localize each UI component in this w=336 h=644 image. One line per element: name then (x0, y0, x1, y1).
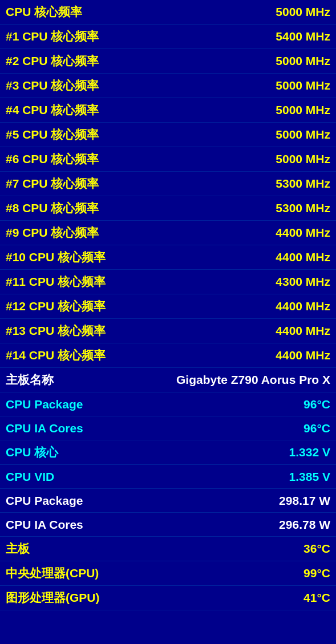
label-cpu-core-freq-6: #6 CPU 核心频率 (6, 151, 99, 167)
value-motherboard-temp: 36°C (303, 542, 330, 556)
row-cpu-ia-cores-power: CPU IA Cores296.78 W (0, 513, 336, 537)
main-container: CPU 核心频率5000 MHz#1 CPU 核心频率5400 MHz#2 CP… (0, 0, 336, 610)
label-cpu-core-freq-13: #13 CPU 核心频率 (6, 323, 106, 339)
row-cpu-core-freq-2: #2 CPU 核心频率5000 MHz (0, 49, 336, 74)
value-cpu-core-freq-10: 4400 MHz (276, 250, 330, 264)
label-gpu-temp: 图形处理器(GPU) (6, 590, 100, 606)
row-cpu-core-freq-10: #10 CPU 核心频率4400 MHz (0, 245, 336, 270)
value-cpu-ia-cores-power: 296.78 W (279, 518, 330, 532)
row-cpu-core-freq-11: #11 CPU 核心频率4300 MHz (0, 270, 336, 294)
row-cpu-core-freq: CPU 核心频率5000 MHz (0, 0, 336, 25)
label-cpu-core-voltage: CPU 核心 (6, 444, 58, 460)
label-cpu-package-temp: CPU Package (6, 398, 83, 411)
row-motherboard-temp: 主板36°C (0, 537, 336, 561)
value-cpu-core-freq-8: 5300 MHz (276, 201, 330, 215)
label-cpu-core-freq: CPU 核心频率 (6, 4, 82, 20)
value-cpu-core-freq-1: 5400 MHz (276, 30, 330, 43)
row-cpu-core-freq-9: #9 CPU 核心频率4400 MHz (0, 221, 336, 245)
label-cpu-core-freq-7: #7 CPU 核心频率 (6, 176, 99, 192)
label-cpu-core-freq-1: #1 CPU 核心频率 (6, 29, 99, 44)
value-cpu-core-freq-12: 4400 MHz (276, 299, 330, 313)
label-cpu-core-freq-14: #14 CPU 核心频率 (6, 347, 106, 363)
value-cpu-vid: 1.385 V (289, 470, 330, 484)
label-cpu-core-freq-9: #9 CPU 核心频率 (6, 225, 99, 241)
value-cpu-core-freq-9: 4400 MHz (276, 226, 330, 240)
value-cpu-core-freq-3: 5000 MHz (276, 79, 330, 92)
value-cpu-core-freq-11: 4300 MHz (276, 275, 330, 289)
value-cpu-core-freq-5: 5000 MHz (276, 128, 330, 141)
value-cpu-ia-cores-temp: 96°C (303, 422, 330, 435)
value-cpu-temp: 99°C (303, 566, 330, 580)
row-gpu-temp: 图形处理器(GPU)41°C (0, 586, 336, 610)
value-cpu-core-freq-4: 5000 MHz (276, 103, 330, 117)
label-cpu-core-freq-11: #11 CPU 核心频率 (6, 274, 106, 290)
label-cpu-core-freq-8: #8 CPU 核心频率 (6, 200, 99, 216)
value-cpu-core-freq-2: 5000 MHz (276, 54, 330, 68)
row-cpu-core-freq-12: #12 CPU 核心频率4400 MHz (0, 294, 336, 319)
row-cpu-core-freq-7: #7 CPU 核心频率5300 MHz (0, 172, 336, 196)
label-cpu-core-freq-2: #2 CPU 核心频率 (6, 53, 99, 69)
value-motherboard-name: Gigabyte Z790 Aorus Pro X (176, 373, 330, 387)
label-cpu-core-freq-5: #5 CPU 核心频率 (6, 127, 99, 143)
value-cpu-core-freq-14: 4400 MHz (276, 349, 330, 362)
label-motherboard-temp: 主板 (6, 541, 30, 557)
row-cpu-temp: 中央处理器(CPU)99°C (0, 561, 336, 586)
row-cpu-core-freq-8: #8 CPU 核心频率5300 MHz (0, 196, 336, 221)
value-cpu-core-freq-13: 4400 MHz (276, 324, 330, 338)
label-cpu-ia-cores-temp: CPU IA Cores (6, 422, 83, 435)
value-cpu-core-freq: 5000 MHz (276, 5, 330, 19)
label-cpu-vid: CPU VID (6, 470, 54, 484)
row-motherboard-name: 主板名称Gigabyte Z790 Aorus Pro X (0, 368, 336, 392)
label-cpu-ia-cores-power: CPU IA Cores (6, 518, 83, 532)
label-cpu-package-power: CPU Package (6, 494, 83, 508)
value-cpu-package-temp: 96°C (303, 398, 330, 411)
label-cpu-temp: 中央处理器(CPU) (6, 565, 99, 581)
row-cpu-core-freq-5: #5 CPU 核心频率5000 MHz (0, 123, 336, 147)
label-cpu-core-freq-4: #4 CPU 核心频率 (6, 102, 99, 118)
value-cpu-core-freq-6: 5000 MHz (276, 152, 330, 166)
label-cpu-core-freq-3: #3 CPU 核心频率 (6, 78, 99, 94)
label-motherboard-name: 主板名称 (6, 372, 54, 388)
row-cpu-core-voltage: CPU 核心1.332 V (0, 440, 336, 465)
row-cpu-core-freq-4: #4 CPU 核心频率5000 MHz (0, 98, 336, 123)
row-cpu-ia-cores-temp: CPU IA Cores96°C (0, 416, 336, 440)
label-cpu-core-freq-10: #10 CPU 核心频率 (6, 249, 106, 265)
row-cpu-core-freq-1: #1 CPU 核心频率5400 MHz (0, 25, 336, 49)
value-cpu-package-power: 298.17 W (279, 494, 330, 508)
row-cpu-vid: CPU VID1.385 V (0, 465, 336, 489)
value-gpu-temp: 41°C (303, 591, 330, 605)
label-cpu-core-freq-12: #12 CPU 核心频率 (6, 298, 106, 314)
row-cpu-core-freq-13: #13 CPU 核心频率4400 MHz (0, 319, 336, 343)
value-cpu-core-voltage: 1.332 V (289, 445, 330, 459)
row-cpu-package-power: CPU Package298.17 W (0, 489, 336, 513)
value-cpu-core-freq-7: 5300 MHz (276, 177, 330, 191)
row-cpu-core-freq-3: #3 CPU 核心频率5000 MHz (0, 74, 336, 98)
row-cpu-package-temp: CPU Package96°C (0, 392, 336, 416)
row-cpu-core-freq-14: #14 CPU 核心频率4400 MHz (0, 343, 336, 368)
row-cpu-core-freq-6: #6 CPU 核心频率5000 MHz (0, 147, 336, 172)
